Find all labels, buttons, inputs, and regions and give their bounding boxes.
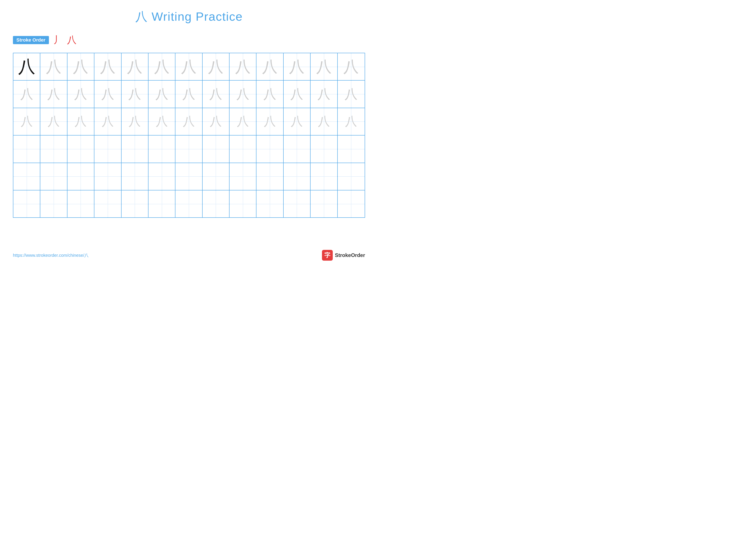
grid-cell-empty[interactable] (338, 136, 364, 163)
grid-cell[interactable]: 八 (230, 53, 256, 80)
grid-cell-empty[interactable] (40, 136, 67, 163)
grid-cell[interactable]: 八 (40, 108, 67, 135)
char-ghost: 八 (317, 86, 330, 103)
char-ghost: 八 (183, 113, 195, 130)
grid-cell[interactable]: 八 (68, 53, 94, 80)
char-ghost: 八 (236, 86, 249, 103)
grid-cell[interactable]: 八 (202, 108, 230, 135)
grid-cell-empty[interactable] (94, 163, 121, 190)
grid-cell[interactable]: 八 (94, 53, 121, 80)
grid-cell-empty[interactable] (122, 191, 148, 217)
grid-cell[interactable]: 八 (256, 81, 284, 108)
grid-cell[interactable]: 八 (14, 81, 40, 108)
grid-cell[interactable]: 八 (148, 108, 176, 135)
grid-cell[interactable]: 八 (310, 108, 338, 135)
grid-cell-empty[interactable] (176, 163, 202, 190)
grid-cell-empty[interactable] (338, 163, 364, 190)
grid-cell-empty[interactable] (176, 191, 202, 217)
grid-cell-empty[interactable] (14, 163, 40, 190)
grid-cell-empty[interactable] (256, 163, 284, 190)
grid-cell-empty[interactable] (284, 191, 310, 217)
grid-cell[interactable]: 八 (122, 53, 148, 80)
grid-cell-empty[interactable] (14, 136, 40, 163)
grid-cell[interactable]: 八 (338, 53, 364, 80)
grid-cell-empty[interactable] (338, 191, 364, 217)
grid-cell[interactable]: 八 (148, 53, 176, 80)
grid-cell[interactable]: 八 (338, 81, 364, 108)
grid-cell[interactable]: 八 (310, 81, 338, 108)
char-ghost: 八 (155, 86, 168, 103)
char-ghost: 八 (263, 86, 276, 103)
grid-cell-empty[interactable] (310, 163, 338, 190)
grid-cell-empty[interactable] (284, 136, 310, 163)
grid-cell-empty[interactable] (176, 136, 202, 163)
grid-cell-main[interactable]: 八 (14, 53, 40, 80)
grid-cell-empty[interactable] (40, 163, 67, 190)
grid-cell-empty[interactable] (94, 136, 121, 163)
grid-cell-empty[interactable] (148, 163, 176, 190)
grid-cell-empty[interactable] (14, 191, 40, 217)
grid-cell[interactable]: 八 (122, 81, 148, 108)
grid-cell-empty[interactable] (230, 163, 256, 190)
grid-cell-empty[interactable] (94, 191, 121, 217)
grid-cell[interactable]: 八 (256, 108, 284, 135)
grid-cell-empty[interactable] (256, 136, 284, 163)
grid-cell[interactable]: 八 (68, 108, 94, 135)
grid-cell-empty[interactable] (202, 163, 230, 190)
page-title: 八 Writing Practice (13, 9, 365, 25)
char-ghost: 八 (127, 57, 143, 77)
grid-cell-empty[interactable] (68, 136, 94, 163)
char-ghost: 八 (48, 113, 60, 130)
footer-url[interactable]: https://www.strokeorder.com/chinese/八 (13, 252, 89, 258)
grid-cell-empty[interactable] (202, 136, 230, 163)
char-ghost: 八 (129, 113, 141, 130)
grid-cell[interactable]: 八 (94, 108, 121, 135)
grid-cell-empty[interactable] (68, 163, 94, 190)
grid-cell[interactable]: 八 (14, 108, 40, 135)
stroke-order-section: Stroke Order 丿 八 (13, 34, 365, 46)
grid-cell[interactable]: 八 (284, 53, 310, 80)
grid-cell[interactable]: 八 (310, 53, 338, 80)
grid-cell[interactable]: 八 (40, 53, 67, 80)
grid-cell-empty[interactable] (202, 191, 230, 217)
grid-cell[interactable]: 八 (338, 108, 364, 135)
grid-cell[interactable]: 八 (230, 108, 256, 135)
char-ghost: 八 (343, 57, 359, 77)
char-ghost: 八 (289, 57, 305, 77)
grid-cell-empty[interactable] (148, 191, 176, 217)
grid-cell[interactable]: 八 (284, 108, 310, 135)
char-ghost: 八 (291, 113, 303, 130)
grid-cell-empty[interactable] (122, 163, 148, 190)
footer-logo: 字 StrokeOrder (322, 250, 365, 261)
footer: https://www.strokeorder.com/chinese/八 字 … (13, 250, 365, 261)
grid-cell[interactable]: 八 (256, 53, 284, 80)
grid-cell[interactable]: 八 (68, 81, 94, 108)
grid-cell-empty[interactable] (230, 136, 256, 163)
grid-cell-empty[interactable] (284, 163, 310, 190)
char-ghost: 八 (74, 86, 87, 103)
grid-cell[interactable]: 八 (230, 81, 256, 108)
grid-cell[interactable]: 八 (176, 81, 202, 108)
grid-cell[interactable]: 八 (202, 81, 230, 108)
grid-cell[interactable]: 八 (202, 53, 230, 80)
char-ghost: 八 (21, 113, 33, 130)
grid-cell-empty[interactable] (40, 191, 67, 217)
grid-cell-empty[interactable] (310, 136, 338, 163)
grid-cell[interactable]: 八 (284, 81, 310, 108)
grid-cell[interactable]: 八 (40, 81, 67, 108)
grid-cell[interactable]: 八 (148, 81, 176, 108)
grid-cell-empty[interactable] (68, 191, 94, 217)
grid-cell[interactable]: 八 (122, 108, 148, 135)
grid-cell[interactable]: 八 (176, 53, 202, 80)
stroke2-preview: 八 (67, 34, 76, 46)
char-ghost: 八 (345, 113, 357, 130)
grid-cell[interactable]: 八 (94, 81, 121, 108)
char-ghost: 八 (101, 86, 114, 103)
grid-cell-empty[interactable] (310, 191, 338, 217)
grid-cell[interactable]: 八 (176, 108, 202, 135)
grid-cell-empty[interactable] (256, 191, 284, 217)
char-main: 八 (18, 55, 35, 78)
grid-cell-empty[interactable] (122, 136, 148, 163)
grid-cell-empty[interactable] (148, 136, 176, 163)
grid-cell-empty[interactable] (230, 191, 256, 217)
